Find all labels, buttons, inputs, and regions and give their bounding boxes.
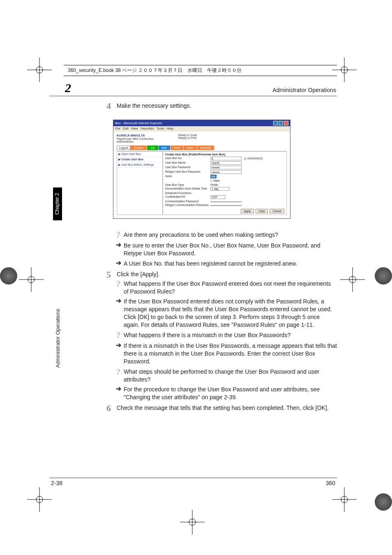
step-text: Click the [Apply]. xyxy=(117,271,337,278)
step-text: Check the message that tells that the se… xyxy=(117,405,337,411)
menu-fav[interactable]: Favorites xyxy=(141,127,154,131)
crop-mark xyxy=(180,510,205,534)
close-icon[interactable] xyxy=(284,121,288,125)
arrow-icon: ➔ xyxy=(113,260,124,266)
question-icon: ? xyxy=(113,367,124,376)
hole xyxy=(0,267,17,284)
page-header: 2 Administrator Operations xyxy=(49,80,337,96)
side-open[interactable]: ▶ Open User Box xyxy=(117,152,162,157)
arrow-icon: ➔ xyxy=(113,386,124,392)
rpw-input[interactable]: •••••••• xyxy=(210,170,242,174)
status-print: Ready to Print xyxy=(178,136,197,139)
q5-1: What happens if the User Box Password en… xyxy=(124,280,337,296)
side-create[interactable]: ▶ Create User Box xyxy=(117,157,162,162)
rcomm-label: Retype Communication Password xyxy=(165,204,210,206)
cancel-button[interactable]: Cancel xyxy=(270,209,284,213)
crop-mark xyxy=(19,267,44,292)
step-number: 5 xyxy=(90,269,117,280)
arrow-icon: ➔ xyxy=(113,342,124,349)
a4-2: A User Box No. that has been registered … xyxy=(124,260,337,268)
name-label: User Box Name xyxy=(165,161,210,165)
book-header: 360_security_E.book 38 ページ ２００７年３月７日 水曜日… xyxy=(64,65,337,76)
logout-button[interactable]: Logout xyxy=(117,146,130,150)
arrow-icon: ➔ xyxy=(113,298,124,304)
a5-1: If the User Box Password entered does no… xyxy=(124,298,337,329)
status-scan: Ready to Scan xyxy=(178,134,197,136)
rcomm-input[interactable] xyxy=(210,205,242,206)
no-hint: (1-999999999) xyxy=(244,157,263,160)
crop-mark xyxy=(27,487,52,512)
question-icon: ? xyxy=(113,279,124,288)
arrow-icon: ➔ xyxy=(113,242,124,248)
step-number: 6 xyxy=(90,403,117,414)
chapter-tab: Chapter 2 xyxy=(53,187,62,220)
form-title: Create User Box (Public/Personal User Bo… xyxy=(165,153,284,156)
tab-job[interactable]: Job xyxy=(147,146,159,150)
no-label: User Box No. xyxy=(165,157,210,160)
tab-network[interactable]: Network xyxy=(197,146,215,150)
question-icon: ? xyxy=(113,230,124,239)
page-number-local: 2-38 xyxy=(51,480,62,486)
index-label: Index xyxy=(165,175,210,178)
hole xyxy=(375,267,392,284)
step-number: 4 xyxy=(90,101,117,111)
index-select[interactable]: etc xyxy=(210,175,217,178)
no-input[interactable]: 8 xyxy=(210,157,242,160)
role: Administrator xyxy=(117,140,154,143)
subbrand: PageScope Web Connection xyxy=(117,137,154,140)
main-checkbox-label[interactable]: Main xyxy=(214,179,220,182)
tab-system[interactable]: System xyxy=(130,146,147,150)
crop-mark xyxy=(340,267,365,292)
tab-print[interactable]: Print xyxy=(171,146,183,150)
page-title: Administrator Operations xyxy=(272,87,336,93)
conf-label: Confidential RX xyxy=(165,195,210,199)
tab-box[interactable]: Box xyxy=(159,146,171,150)
step-text: Make the necessary settings. xyxy=(117,102,337,109)
a5-3: For the procedure to change the User Box… xyxy=(124,386,337,401)
q5-2: What happens if there is a mismatch in t… xyxy=(124,331,337,339)
crop-mark xyxy=(27,58,52,82)
page-number-doc: 360 xyxy=(326,480,335,486)
menu-view[interactable]: View xyxy=(131,127,138,131)
hole xyxy=(375,493,392,511)
comm-input[interactable] xyxy=(210,201,242,202)
a5-2: If there is a mismatch in the User Box P… xyxy=(124,342,337,365)
brand: KONICA MINOLTA xyxy=(117,134,154,137)
pw-input[interactable]: •••••••• xyxy=(210,166,242,169)
name-input[interactable]: User8 xyxy=(210,161,242,165)
question-icon: ? xyxy=(113,331,124,340)
tab-scan[interactable]: Scan xyxy=(184,146,197,150)
embedded-screenshot: Box - Microsoft Internet Explorer File E… xyxy=(113,120,291,219)
section-side-label: Administrator Operations xyxy=(55,309,61,368)
auto-label: Documentation Auto Delete Time xyxy=(165,187,210,191)
auto-select[interactable]: 1 day xyxy=(210,187,229,191)
menu-tools[interactable]: Tools xyxy=(157,127,164,131)
q5-3: What steps should be performed to change… xyxy=(124,368,337,384)
a4-1: Be sure to enter the User Box No., User … xyxy=(124,242,337,257)
rpw-label: Retype User Box Password xyxy=(165,170,210,174)
type-value: Public xyxy=(210,183,284,186)
max-icon[interactable] xyxy=(279,121,283,125)
comm-label: Communication Password xyxy=(165,200,210,203)
window-title: Box - Microsoft Internet Explorer xyxy=(115,121,162,125)
q4-1: Are there any precautions to be used whe… xyxy=(124,231,337,239)
menu-edit[interactable]: Edit xyxy=(123,127,129,131)
conf-select[interactable]: OFF xyxy=(210,195,225,199)
side-admin[interactable]: ▶ User Box Admin. Settings xyxy=(117,162,162,168)
book-header-text: 360_security_E.book 38 ページ ２００７年３月７日 水曜日… xyxy=(68,67,242,74)
min-icon[interactable] xyxy=(273,121,278,125)
pw-label: User Box Password xyxy=(165,166,210,169)
adv-label: Advanced Functions xyxy=(165,192,210,194)
apply-button[interactable]: Apply xyxy=(241,209,254,213)
type-label: User Box Type xyxy=(165,183,210,186)
menu-file[interactable]: File xyxy=(115,127,120,131)
menu-help[interactable]: Help xyxy=(166,127,173,131)
clear-button[interactable]: Clear xyxy=(256,209,268,213)
chapter-number: 2 xyxy=(65,81,71,95)
